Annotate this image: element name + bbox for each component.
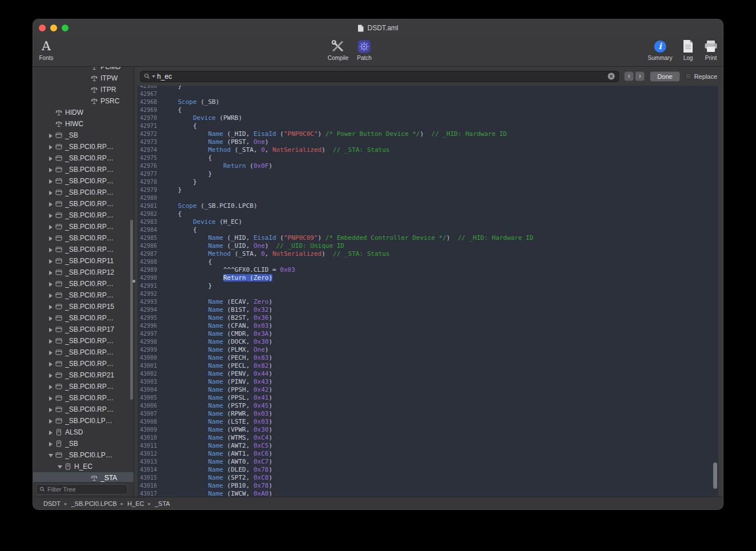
sidebar-item-alsd[interactable]: ALSD — [33, 427, 134, 438]
code-line-42969[interactable]: 42969 { — [138, 106, 718, 114]
chevron-right-icon[interactable] — [48, 429, 54, 436]
chevron-right-icon[interactable] — [48, 349, 54, 356]
sidebar-item--sb-pci0-rp-[interactable]: _SB.PCI0.RP… — [33, 210, 134, 221]
find-field[interactable] — [140, 71, 619, 82]
sidebar-item--sb-pci0-rp-[interactable]: _SB.PCI0.RP… — [33, 244, 134, 255]
pane-splitter[interactable] — [134, 67, 134, 497]
sidebar-item--sb[interactable]: _SB — [33, 130, 134, 141]
chevron-right-icon[interactable] — [48, 407, 54, 413]
code-line-43005[interactable]: 43005 Name (PPSL, 0x41) — [138, 394, 718, 402]
code-line-42994[interactable]: 42994 Name (B1ST, 0x32) — [138, 306, 718, 314]
code-line-42968[interactable]: 42968 Scope (_SB) — [138, 98, 718, 106]
code-line-42972[interactable]: 42972 Name (_HID, EisaId ("PNP0C0C") /* … — [138, 130, 718, 138]
code-line-42988[interactable]: 42988 { — [138, 258, 718, 266]
sidebar-item--sb-pci0-rp-[interactable]: _SB.PCI0.RP… — [33, 164, 134, 175]
code-line-42984[interactable]: 42984 { — [138, 226, 718, 234]
code-line-42966[interactable]: 42966 } — [138, 86, 718, 90]
find-input[interactable] — [157, 73, 606, 81]
sidebar-item-itpw[interactable]: ITPW — [33, 73, 134, 84]
code-line-42974[interactable]: 42974 Method (_STA, 0, NotSerialized) //… — [138, 146, 718, 154]
sidebar-item-pcmd[interactable]: PCMD — [33, 67, 134, 73]
replace-toggle[interactable]: Replace — [685, 73, 717, 80]
code-line-43003[interactable]: 43003 Name (PINV, 0x43) — [138, 378, 718, 386]
zoom-button[interactable] — [62, 25, 69, 31]
chevron-right-icon[interactable] — [48, 327, 54, 333]
filter-tree-input[interactable] — [47, 486, 124, 493]
code-line-43010[interactable]: 43010 Name (WTMS, 0xC4) — [138, 434, 718, 442]
sidebar-item--sb-pci0-rp-[interactable]: _SB.PCI0.RP… — [33, 289, 134, 301]
chevron-right-icon[interactable] — [48, 361, 54, 367]
sidebar-item--sb-pci0-rp-[interactable]: _SB.PCI0.RP… — [33, 278, 134, 289]
code-line-42973[interactable]: 42973 Name (PBST, One) — [138, 138, 718, 146]
code-line-42992[interactable]: 42992 — [138, 290, 718, 298]
code-line-42983[interactable]: 42983 Device (H_EC) — [138, 218, 718, 226]
sidebar-item--sb-pci0-rp-[interactable]: _SB.PCI0.RP… — [33, 198, 134, 210]
sidebar-item-hiwc[interactable]: HIWC — [33, 118, 134, 130]
code-line-42989[interactable]: 42989 ^^^GFX0.CLID = 0x03 — [138, 266, 718, 274]
chevron-right-icon[interactable] — [48, 315, 54, 321]
code-line-42996[interactable]: 42996 Name (CFAN, 0x03) — [138, 322, 718, 330]
code-line-42980[interactable]: 42980 — [138, 194, 718, 202]
code-line-42998[interactable]: 42998 Name (DOCK, 0x30) — [138, 338, 718, 346]
code-line-43001[interactable]: 43001 Name (PECL, 0x82) — [138, 362, 718, 370]
chevron-right-icon[interactable] — [48, 372, 54, 379]
sidebar-item--sb-pci0-rp-[interactable]: _SB.PCI0.RP… — [33, 221, 134, 232]
code-line-42995[interactable]: 42995 Name (B2ST, 0x36) — [138, 314, 718, 322]
done-button[interactable]: Done — [650, 71, 679, 82]
code-line-43012[interactable]: 43012 Name (AWT1, 0xC6) — [138, 450, 718, 458]
breadcrumb-item[interactable]: H_EC — [127, 500, 144, 507]
sidebar-item--sb-pci0-rp-[interactable]: _SB.PCI0.RP… — [33, 347, 134, 358]
find-previous-button[interactable]: ‹ — [624, 71, 634, 81]
chevron-right-icon[interactable] — [48, 281, 54, 287]
sidebar-item--sb-pci0-rp-[interactable]: _SB.PCI0.RP… — [33, 232, 134, 244]
code-line-42985[interactable]: 42985 Name (_HID, EisaId ("PNP0C09") /* … — [138, 234, 718, 242]
code-line-43015[interactable]: 43015 Name (SPT2, 0xC8) — [138, 474, 718, 482]
sidebar-item--sb-pci0-lp-[interactable]: _SB.PCI0.LP… — [33, 449, 134, 461]
sidebar-item--sb-pci0-rp-[interactable]: _SB.PCI0.RP… — [33, 152, 134, 164]
sidebar-item--sb-pci0-rp-[interactable]: _SB.PCI0.RP… — [33, 175, 134, 187]
editor-scrollbar[interactable] — [713, 462, 717, 489]
chevron-right-icon[interactable] — [48, 270, 54, 276]
code-line-42982[interactable]: 42982 { — [138, 210, 718, 218]
chevron-right-icon[interactable] — [48, 167, 54, 173]
code-line-42999[interactable]: 42999 Name (PLMX, One) — [138, 346, 718, 354]
sidebar-item--sb-pci0-rp15[interactable]: _SB.PCI0.RP15 — [33, 301, 134, 312]
code-line-43017[interactable]: 43017 Name (IWCW, 0xA0) — [138, 490, 718, 497]
sidebar-item-h-ec[interactable]: H_EC — [33, 461, 134, 472]
sidebar-item--sb-pci0-rp-[interactable]: _SB.PCI0.RP… — [33, 404, 134, 415]
code-line-42981[interactable]: 42981 Scope (_SB.PCI0.LPCB) — [138, 202, 718, 210]
patch-button[interactable]: Patch — [357, 38, 372, 61]
chevron-right-icon[interactable] — [48, 190, 54, 196]
chevron-right-icon[interactable] — [48, 304, 54, 310]
chevron-right-icon[interactable] — [48, 441, 54, 447]
chevron-right-icon[interactable] — [48, 212, 54, 219]
chevron-right-icon[interactable] — [48, 418, 54, 424]
chevron-down-icon[interactable] — [57, 464, 63, 470]
chevron-right-icon[interactable] — [48, 155, 54, 162]
sidebar-item-itpr[interactable]: ITPR — [33, 84, 134, 95]
replace-checkbox[interactable] — [685, 73, 691, 79]
code-line-43014[interactable]: 43014 Name (DLED, 0x78) — [138, 466, 718, 474]
breadcrumb-item[interactable]: _SB.PCI0.LPCB — [71, 500, 116, 507]
fonts-button[interactable]: Fonts — [39, 38, 53, 61]
titlebar[interactable]: DSDT.aml — [33, 19, 723, 37]
code-editor[interactable]: 42966 }4296742968 Scope (_SB)42969 {4297… — [138, 86, 718, 497]
chevron-right-icon[interactable] — [48, 132, 54, 139]
code-line-42970[interactable]: 42970 Device (PWRB) — [138, 114, 718, 122]
code-line-43004[interactable]: 43004 Name (PPSH, 0x42) — [138, 386, 718, 394]
sidebar-item-hidw[interactable]: HIDW — [33, 107, 134, 118]
chevron-right-icon[interactable] — [48, 292, 54, 299]
sidebar-item--sb-pci0-rp-[interactable]: _SB.PCI0.RP… — [33, 392, 134, 404]
find-next-button[interactable]: › — [635, 71, 645, 81]
sidebar-item--sb-pci0-lp-[interactable]: _SB.PCI0.LP… — [33, 415, 134, 427]
code-line-42993[interactable]: 42993 Name (ECAV, Zero) — [138, 298, 718, 306]
filter-tree-field[interactable] — [36, 484, 128, 494]
code-line-43007[interactable]: 43007 Name (RPWR, 0x03) — [138, 410, 718, 418]
chevron-right-icon[interactable] — [48, 247, 54, 253]
code-line-43006[interactable]: 43006 Name (PSTP, 0x45) — [138, 402, 718, 410]
code-line-42997[interactable]: 42997 Name (CMDR, 0x3A) — [138, 330, 718, 338]
minimize-button[interactable] — [50, 25, 57, 31]
code-line-43016[interactable]: 43016 Name (PB10, 0x78) — [138, 482, 718, 490]
chevron-right-icon[interactable] — [48, 395, 54, 401]
chevron-right-icon[interactable] — [48, 144, 54, 150]
